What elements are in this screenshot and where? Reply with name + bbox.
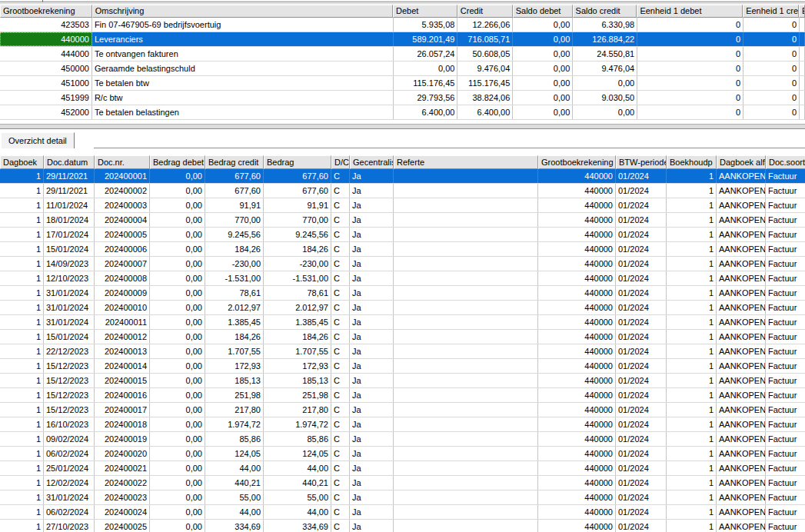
- cell-bedrag-debet[interactable]: 0,00: [150, 388, 205, 402]
- cell-bedrag-credit[interactable]: 1.385,45: [205, 315, 264, 329]
- cell-eenheid-1-debet[interactable]: 0: [637, 18, 743, 32]
- column-header-grootboekrekening[interactable]: Grootboekrekening: [538, 155, 616, 169]
- cell-bedrag-credit[interactable]: 9.245,56: [205, 228, 264, 241]
- cell-btw-periode[interactable]: 01/2024: [616, 374, 667, 387]
- cell-debet[interactable]: 115.176,45: [394, 76, 458, 90]
- cell-doc-datum[interactable]: 06/02/2024: [44, 447, 95, 461]
- cell-grootboekrekening[interactable]: 440000: [538, 228, 616, 241]
- cell-doc-datum[interactable]: 22/12/2023: [44, 344, 95, 358]
- cell-doc-datum[interactable]: 15/12/2023: [44, 374, 95, 387]
- cell-boekhoudp[interactable]: 1: [667, 330, 717, 344]
- cell-doc-datum[interactable]: 31/01/2024: [44, 315, 95, 329]
- cell-credit[interactable]: 12.266,06: [457, 18, 513, 32]
- cell-dagboek[interactable]: 1: [0, 169, 44, 183]
- pane-splitter[interactable]: [0, 124, 805, 129]
- cell-gecentralise[interactable]: Ja: [350, 184, 394, 198]
- cell-eenheid-1-cre[interactable]: 0: [743, 91, 800, 105]
- cell-doc-nr[interactable]: 202400006: [95, 242, 150, 256]
- cell-bedrag[interactable]: 2.012,97: [264, 301, 331, 314]
- cell-bedrag[interactable]: 184,26: [264, 330, 331, 344]
- cell-saldo-debet[interactable]: 0,00: [513, 91, 573, 105]
- cell-doc-datum[interactable]: 31/01/2024: [44, 301, 95, 314]
- cell-dagboek-alfa[interactable]: AANKOPEN: [717, 257, 766, 271]
- cell-bedrag-credit[interactable]: 440,21: [205, 476, 264, 490]
- cell-boekhoudp[interactable]: 1: [667, 520, 717, 532]
- cell-doc-nr[interactable]: 202400002: [95, 184, 150, 198]
- cell-doc-soort[interactable]: Factuur: [766, 490, 805, 504]
- cell-debet[interactable]: 29.793,56: [394, 91, 458, 105]
- cell-doc-nr[interactable]: 202400019: [95, 432, 150, 446]
- cell-gecentralise[interactable]: Ja: [350, 447, 394, 461]
- cell-boekhoudp[interactable]: 1: [667, 169, 717, 183]
- column-header-eenheid-1-debet[interactable]: Eenheid 1 debet: [637, 5, 743, 18]
- cell-bedrag-credit[interactable]: 172,93: [205, 359, 264, 373]
- cell-dagboek[interactable]: 1: [0, 271, 44, 285]
- cell-doc-datum[interactable]: 15/12/2023: [44, 359, 95, 373]
- cell-referte[interactable]: [394, 359, 538, 373]
- cell-grootboekrekening[interactable]: 440000: [538, 198, 616, 212]
- cell-dagboek-alfa[interactable]: AANKOPEN: [717, 388, 766, 402]
- cell-dagboek-alfa[interactable]: AANKOPEN: [717, 461, 766, 475]
- cell-dagboek-alfa[interactable]: AANKOPEN: [717, 344, 766, 358]
- cell-debet[interactable]: 0,00: [394, 62, 458, 75]
- cell-bedrag-debet[interactable]: 0,00: [150, 490, 205, 504]
- cell-grootboekrekening[interactable]: 423503: [0, 18, 92, 32]
- cell-doc-nr[interactable]: 202400017: [95, 403, 150, 417]
- cell-grootboekrekening[interactable]: 440000: [538, 344, 616, 358]
- cell-bedrag-credit[interactable]: 2.012,97: [205, 301, 264, 314]
- cell-bedrag[interactable]: -1.531,00: [264, 271, 331, 285]
- cell-gecentralise[interactable]: Ja: [350, 432, 394, 446]
- cell-doc-nr[interactable]: 202400024: [95, 505, 150, 519]
- cell-eenheid-1-cre[interactable]: 0: [743, 105, 800, 119]
- cell-grootboekrekening[interactable]: 451000: [0, 76, 92, 90]
- cell-bedrag-debet[interactable]: 0,00: [150, 301, 205, 314]
- cell-e[interactable]: [800, 62, 805, 75]
- cell-doc-nr[interactable]: 202400005: [95, 228, 150, 241]
- cell-dagboek-alfa[interactable]: AANKOPEN: [717, 169, 766, 183]
- cell-boekhoudp[interactable]: 1: [667, 447, 717, 461]
- cell-gecentralise[interactable]: Ja: [350, 271, 394, 285]
- cell-grootboekrekening[interactable]: 440000: [538, 447, 616, 461]
- cell-gecentralise[interactable]: Ja: [350, 374, 394, 387]
- cell-d-c[interactable]: C: [331, 213, 350, 227]
- account-row[interactable]: 451000Te betalen btw115.176,45115.176,45…: [0, 76, 805, 91]
- cell-d-c[interactable]: C: [331, 432, 350, 446]
- cell-doc-datum[interactable]: 15/12/2023: [44, 403, 95, 417]
- cell-dagboek[interactable]: 1: [0, 198, 44, 212]
- cell-doc-datum[interactable]: 31/01/2024: [44, 286, 95, 300]
- cell-credit[interactable]: 716.085,71: [457, 32, 513, 46]
- cell-bedrag-credit[interactable]: 251,98: [205, 388, 264, 402]
- cell-credit[interactable]: 38.824,06: [457, 91, 513, 105]
- cell-dagboek[interactable]: 1: [0, 242, 44, 256]
- cell-d-c[interactable]: C: [331, 447, 350, 461]
- cell-gecentralise[interactable]: Ja: [350, 490, 394, 504]
- cell-grootboekrekening[interactable]: 440000: [538, 213, 616, 227]
- column-header-bedrag-credit[interactable]: Bedrag credit: [205, 155, 264, 169]
- cell-e[interactable]: [800, 32, 805, 46]
- account-row[interactable]: 450000Geraamde belastingschuld0,009.476,…: [0, 62, 805, 76]
- cell-bedrag-credit[interactable]: 1.707,55: [205, 344, 264, 358]
- cell-referte[interactable]: [394, 374, 538, 387]
- cell-bedrag-debet[interactable]: 0,00: [150, 417, 205, 431]
- cell-boekhoudp[interactable]: 1: [667, 286, 717, 300]
- cell-bedrag[interactable]: 770,00: [264, 213, 331, 227]
- cell-dagboek-alfa[interactable]: AANKOPEN: [717, 417, 766, 431]
- cell-d-c[interactable]: C: [331, 417, 350, 431]
- cell-dagboek-alfa[interactable]: AANKOPEN: [717, 505, 766, 519]
- cell-e[interactable]: [800, 47, 805, 61]
- column-header-saldo-credit[interactable]: Saldo credit: [573, 5, 637, 18]
- cell-bedrag[interactable]: 334,69: [264, 520, 331, 532]
- cell-doc-soort[interactable]: Factuur: [766, 476, 805, 490]
- cell-dagboek[interactable]: 1: [0, 359, 44, 373]
- cell-referte[interactable]: [394, 330, 538, 344]
- cell-grootboekrekening[interactable]: 440000: [538, 432, 616, 446]
- cell-boekhoudp[interactable]: 1: [667, 213, 717, 227]
- cell-bedrag-debet[interactable]: 0,00: [150, 403, 205, 417]
- cell-doc-nr[interactable]: 202400007: [95, 257, 150, 271]
- cell-boekhoudp[interactable]: 1: [667, 344, 717, 358]
- cell-d-c[interactable]: C: [331, 505, 350, 519]
- cell-doc-datum[interactable]: 12/02/2024: [44, 476, 95, 490]
- cell-doc-soort[interactable]: Factuur: [766, 374, 805, 387]
- cell-bedrag-debet[interactable]: 0,00: [150, 447, 205, 461]
- cell-bedrag[interactable]: 217,80: [264, 403, 331, 417]
